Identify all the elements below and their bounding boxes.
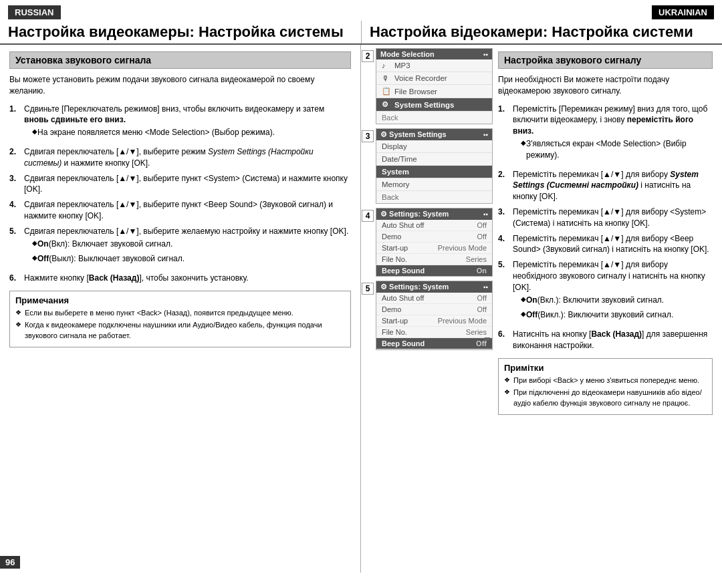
page-number: 96	[0, 556, 20, 569]
right-section-header: Настройка звукового сигналу	[498, 51, 713, 69]
screen2-header: Mode Selection ▪▪	[376, 49, 492, 59]
screen3-memory: Memory	[376, 178, 492, 191]
right-notes-header: Примітки	[504, 363, 707, 373]
left-notes-list: Если вы выберете в меню пункт <Back> (На…	[15, 308, 345, 341]
screen4-header: ⚙ Settings: System ▪▪	[376, 208, 492, 220]
left-intro: Вы можете установить режим подачи звуков…	[9, 74, 351, 97]
screen4-startup: Start-up Previous Mode	[376, 243, 492, 254]
screen3-system: System	[376, 166, 492, 178]
right-step-3: 3. Перемістіть перемикач [▲/▼] для вибор…	[498, 206, 713, 229]
screen2-item-mp3: ♪ MP3	[376, 59, 492, 72]
screen5-fileno: File No. Series	[376, 327, 492, 338]
main-titles: Настройка видеокамеры: Настройка системы…	[0, 21, 722, 45]
left-note-2: Когда к видеокамере подключены наушники …	[15, 320, 345, 341]
left-column: Установка звукового сигнала Вы можете ус…	[0, 45, 361, 573]
left-step-5: 5. Сдвигая переключатель [▲/▼], выберите…	[9, 226, 351, 269]
screen4-autoshutoff: Auto Shut off Off	[376, 220, 492, 231]
left-step-2: 2. Сдвигая переключатель [▲/▼], выберите…	[9, 146, 351, 169]
screen3-back: Back	[376, 191, 492, 203]
left-step-6: 6. Нажмите кнопку [Back (Назад)], чтобы …	[9, 273, 351, 284]
right-step-6: 6. Натисніть на кнопку [Back (Назад)] дл…	[498, 329, 713, 351]
screen-mode-selection: 2 Mode Selection ▪▪ ♪ MP3 🎙 Voice Record…	[376, 48, 493, 124]
screen2-item-voice: 🎙 Voice Recorder	[376, 72, 492, 85]
screen3-display: Display	[376, 140, 492, 153]
page: RUSSIAN UKRAINIAN Настройка видеокамеры:…	[0, 0, 722, 588]
step-badge-2: 2	[362, 50, 374, 62]
ukrainian-tag: UKRAINIAN	[652, 5, 714, 19]
right-text-area: Настройка звукового сигналу При необхідн…	[498, 51, 713, 415]
russian-tag: RUSSIAN	[8, 5, 61, 19]
right-intro: При необхідності Ви можете настроїти под…	[498, 74, 713, 97]
screen-system-settings: 3 ⚙ System Settings ▪▪ Display Date/Time…	[376, 128, 493, 204]
right-column: 2 Mode Selection ▪▪ ♪ MP3 🎙 Voice Record…	[361, 45, 722, 573]
screen5-startup: Start-up Previous Mode	[376, 315, 492, 327]
content-area: Установка звукового сигнала Вы можете ус…	[0, 45, 722, 573]
left-step-3: 3. Сдвигая переключатель [▲/▼], выберите…	[9, 173, 351, 196]
screen5-demo: Demo Off	[376, 304, 492, 315]
scroll-indicator	[485, 337, 490, 340]
screen3-header: ⚙ System Settings ▪▪	[376, 129, 492, 140]
right-notes-box: Примітки При виборі <Back> у меню з'явит…	[498, 358, 713, 415]
left-section-header: Установка звукового сигнала	[9, 51, 351, 69]
left-step-4: 4. Сдвигая переключатель [▲/▼], выберите…	[9, 199, 351, 222]
screen4-beepsound: Beep Sound On	[376, 265, 492, 276]
right-main-title: Настройка відеокамери: Настройка системи	[361, 21, 714, 43]
left-step-1: 1. Сдвиньте [Переключатель режимов] вниз…	[9, 104, 351, 142]
screen2-item-back: Back	[376, 112, 492, 124]
right-note-1: При виборі <Back> у меню з'явиться попер…	[504, 376, 707, 386]
right-steps-list: 1. Перемістіть [Перемикач режиму] вниз д…	[498, 104, 713, 351]
screen5-beepsound: Beep Sound Off	[376, 338, 492, 349]
screen2-item-system: ⚙ System Settings	[376, 98, 492, 112]
screen2-item-filebrowser: 📋 File Browser	[376, 85, 492, 98]
right-step-2: 2. Перемістіть перемикач [▲/▼] для вибор…	[498, 169, 713, 202]
right-step-5: 5. Перемістіть перемикач [▲/▼] для вибор…	[498, 259, 713, 325]
screen5-autoshutoff: Auto Shut off Off	[376, 293, 492, 304]
left-main-title: Настройка видеокамеры: Настройка системы	[8, 21, 361, 43]
screen5-header: ⚙ Settings: System ▪▪	[376, 281, 492, 293]
screen3-datetime: Date/Time	[376, 153, 492, 166]
right-note-2: При підключенні до відеокамери навушникі…	[504, 388, 707, 408]
step-badge-4: 4	[362, 210, 374, 222]
step-badge-5: 5	[362, 283, 374, 295]
right-notes-list: При виборі <Back> у меню з'явиться попер…	[504, 376, 707, 408]
right-step-4: 4. Перемістіть перемикач [▲/▼] для вибор…	[498, 233, 713, 256]
left-notes-box: Примечания Если вы выберете в меню пункт…	[9, 291, 351, 347]
right-step-1: 1. Перемістіть [Перемикач режиму] вниз д…	[498, 104, 713, 165]
screen4-demo: Demo Off	[376, 231, 492, 243]
left-steps-list: 1. Сдвиньте [Переключатель режимов] вниз…	[9, 104, 351, 284]
top-bars: RUSSIAN UKRAINIAN	[0, 0, 722, 19]
device-screens: 2 Mode Selection ▪▪ ♪ MP3 🎙 Voice Record…	[376, 48, 493, 415]
left-note-1: Если вы выберете в меню пункт <Back> (На…	[15, 308, 345, 318]
left-notes-header: Примечания	[15, 295, 345, 305]
screen-settings-system-5: 5 ⚙ Settings: System ▪▪ Auto Shut off Of…	[376, 281, 493, 350]
step-badge-3: 3	[362, 130, 374, 142]
screen4-fileno: File No. Series	[376, 254, 492, 265]
screen-settings-system-4: 4 ⚙ Settings: System ▪▪ Auto Shut off Of…	[376, 208, 493, 277]
